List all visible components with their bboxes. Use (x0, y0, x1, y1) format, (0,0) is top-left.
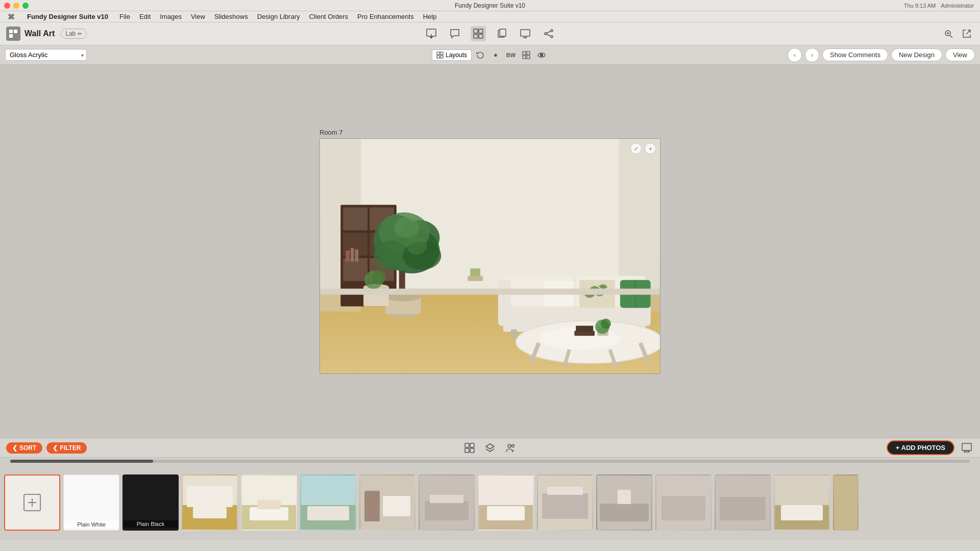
room-preview-container: Room 7 (0, 65, 980, 438)
svg-rect-66 (470, 268, 480, 277)
svg-point-64 (372, 270, 386, 284)
svg-line-20 (950, 35, 952, 38)
svg-rect-31 (527, 56, 530, 59)
images-menu[interactable]: Images (156, 12, 185, 21)
product-dropdown[interactable]: Gloss Acrylic Matte Canvas Metal (5, 49, 87, 61)
room6-thumbnail[interactable] (478, 474, 534, 531)
svg-rect-106 (187, 486, 233, 507)
lab-badge[interactable]: Lab ✏ (61, 29, 87, 39)
svg-rect-5 (474, 29, 478, 33)
plus-overlay-icon[interactable]: ＋ (645, 143, 656, 154)
scroll-thumb[interactable] (10, 460, 153, 463)
add-thumbnail[interactable] (4, 474, 60, 531)
svg-rect-117 (383, 496, 410, 516)
svg-rect-28 (523, 52, 526, 55)
room2-thumbnail[interactable] (241, 474, 297, 531)
close-button[interactable] (4, 3, 10, 9)
svg-point-92 (601, 318, 611, 329)
app-name-menu[interactable]: Fundy Designer Suite v10 (23, 12, 112, 21)
design-toolbar-icon[interactable] (471, 26, 486, 41)
grid-layout-icon[interactable] (520, 48, 533, 62)
menubar: ⌘ Fundy Designer Suite v10 File Edit Ima… (0, 11, 980, 22)
view-menu[interactable]: View (187, 12, 209, 21)
svg-rect-6 (479, 29, 483, 33)
new-design-button[interactable]: New Design (891, 48, 942, 61)
window-title: Fundy Designer Suite v10 (455, 2, 525, 9)
svg-line-18 (547, 34, 551, 36)
clock: Thu 9:13 AM (904, 3, 936, 9)
check-overlay-icon[interactable]: ✓ (630, 143, 642, 154)
file-menu[interactable]: File (116, 12, 134, 21)
external-right-icon[interactable] (960, 27, 974, 41)
filter-label: FILTER (60, 444, 81, 452)
room-overlay-icons: ✓ ＋ (630, 143, 656, 154)
svg-point-33 (541, 54, 543, 56)
layers-bottom-icon[interactable] (483, 441, 497, 455)
svg-rect-89 (576, 325, 593, 332)
mask-layout-icon[interactable]: ● (489, 48, 502, 62)
room5-thumbnail[interactable] (419, 474, 475, 531)
page-title: Wall Art (24, 29, 55, 38)
room3-thumbnail[interactable] (300, 474, 356, 531)
window-controls[interactable] (4, 3, 29, 9)
client-orders-menu[interactable]: Client Orders (305, 12, 352, 21)
svg-rect-1 (14, 30, 17, 33)
product-dropdown-wrapper[interactable]: Gloss Acrylic Matte Canvas Metal ▾ (5, 49, 87, 61)
room10-thumbnail[interactable] (715, 474, 771, 531)
display-toolbar-icon[interactable] (518, 26, 533, 41)
bw-layout-icon[interactable]: BW (504, 48, 518, 62)
help-menu[interactable]: Help (420, 12, 440, 21)
svg-rect-26 (437, 56, 439, 58)
sort-button[interactable]: ❮ SORT (6, 442, 42, 454)
svg-rect-101 (962, 443, 971, 450)
add-photos-button[interactable]: + ADD PHOTOS (887, 440, 954, 455)
eye-layout-icon[interactable] (535, 48, 548, 62)
filter-chevron-icon: ❮ (53, 444, 58, 452)
room11-thumbnail[interactable] (774, 474, 830, 531)
export-bottom-icon[interactable] (960, 441, 974, 455)
prev-nav-button[interactable]: ‹ (788, 48, 802, 62)
next-nav-button[interactable]: › (805, 48, 819, 62)
lab-label: Lab (65, 30, 76, 37)
copy-toolbar-icon[interactable] (494, 26, 509, 41)
filter-button[interactable]: ❮ FILTER (46, 442, 87, 454)
svg-line-17 (547, 31, 551, 33)
design-library-menu[interactable]: Design Library (254, 12, 304, 21)
svg-rect-123 (487, 506, 525, 520)
layouts-button[interactable]: Layouts (432, 49, 472, 61)
svg-rect-114 (307, 506, 349, 520)
room1-thumbnail[interactable] (182, 474, 238, 531)
pro-enhancements-menu[interactable]: Pro Enhancements (354, 12, 418, 21)
svg-rect-126 (547, 487, 583, 495)
plain-white-thumbnail[interactable]: Plain White (63, 474, 119, 531)
room8-thumbnail[interactable] (596, 474, 652, 531)
zoom-right-icon[interactable] (941, 27, 955, 41)
show-comments-button[interactable]: Show Comments (822, 48, 888, 61)
view-button[interactable]: View (945, 48, 975, 61)
room12-thumbnail[interactable] (833, 474, 859, 531)
apple-menu[interactable]: ⌘ (4, 12, 18, 21)
comment-toolbar-icon[interactable] (447, 26, 462, 41)
edit-menu[interactable]: Edit (136, 12, 154, 21)
titlebar-right: Thu 9:13 AM Administrator (904, 3, 974, 9)
sort-label: SORT (19, 444, 36, 452)
scroll-track[interactable] (10, 460, 970, 463)
slideshows-menu[interactable]: Slideshows (211, 12, 252, 21)
persons-bottom-icon[interactable] (504, 441, 517, 455)
room7-thumbnail[interactable] (537, 474, 593, 531)
minimize-button[interactable] (13, 3, 19, 9)
rotate-layout-icon[interactable] (474, 48, 487, 62)
share-toolbar-icon[interactable] (541, 26, 556, 41)
grid-bottom-icon[interactable] (463, 441, 476, 455)
svg-rect-112 (301, 475, 355, 509)
room4-thumbnail[interactable] (359, 474, 415, 531)
room9-thumbnail[interactable] (655, 474, 712, 531)
room-preview: ✓ ＋ (320, 138, 660, 374)
import-toolbar-icon[interactable] (424, 26, 439, 41)
maximize-button[interactable] (22, 3, 29, 9)
room-preview-wrapper: Room 7 (320, 129, 660, 374)
main-content: Room 7 (0, 65, 980, 438)
plain-black-thumbnail[interactable]: Plain Black (122, 474, 179, 531)
bottom-toolbar: ❮ SORT ❮ FILTER + ADD PHOTOS (0, 438, 980, 458)
svg-rect-107 (193, 507, 227, 518)
